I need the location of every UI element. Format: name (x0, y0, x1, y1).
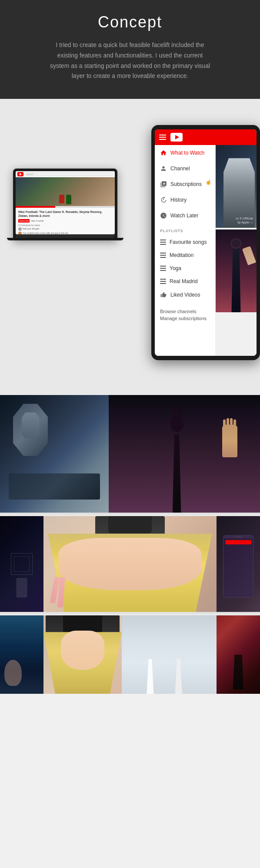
playlists-label: PLAYLISTS (155, 223, 215, 236)
sidebar-item-subscriptions[interactable]: Subscriptions ☝ (155, 176, 215, 192)
images-grid-section (0, 395, 260, 694)
image-small-right (217, 516, 260, 612)
tablet-main-content: rs 5 Officialby Apple — (216, 145, 257, 356)
cursor-pointer: ☝ (205, 179, 212, 185)
hero-description: I tried to create a quick but feasible f… (47, 40, 213, 81)
manage-subscriptions-link[interactable]: Manage subscriptions (160, 316, 210, 321)
device-section: Search (0, 99, 260, 395)
sidebar-item-history[interactable]: History (155, 192, 215, 208)
watch-later-icon (160, 212, 167, 219)
dark-figure-body (166, 417, 188, 513)
image-row-3 (0, 615, 260, 694)
image-dark-figure (109, 395, 260, 513)
sidebar-item-channel[interactable]: Channel (155, 161, 215, 176)
tablet-header (155, 129, 257, 145)
sidebar-item-meditation[interactable]: Meditation (155, 249, 215, 262)
tablet-video-2 (216, 230, 257, 312)
real-madrid-label: Real Madrid (170, 278, 198, 284)
figure-silhouette (223, 234, 249, 312)
subscriptions-icon (160, 181, 167, 188)
meditation-label: Meditation (170, 252, 193, 258)
yoga-label: Yoga (170, 265, 181, 271)
row3-face (61, 631, 104, 670)
playlist-icon-yoga (160, 266, 166, 271)
home-icon (160, 149, 167, 156)
image-small-dark (0, 516, 43, 612)
playlist-icon-meditation (160, 253, 166, 258)
page-title: Concept (17, 13, 243, 31)
laptop-video-thumb (16, 177, 115, 208)
watch-later-label: Watch Later (170, 213, 198, 219)
playlist-icon (160, 240, 166, 245)
row-divider-2 (0, 612, 260, 614)
image-face-center (43, 516, 217, 612)
image-dancers (122, 615, 217, 694)
row-divider-1 (0, 513, 260, 514)
image-dark-red (217, 615, 260, 694)
subscriptions-label: Subscriptions (170, 181, 202, 187)
channel-label: Channel (170, 165, 190, 172)
tablet-video-1: rs 5 Officialby Apple — (216, 145, 257, 228)
image-row-1 (0, 395, 260, 513)
liked-videos-label: Liked Videos (170, 292, 200, 298)
sidebar-bottom: Browse channels Manage subscriptions (155, 302, 215, 330)
laptop-search-bar: Search (25, 172, 113, 176)
sidebar-item-watch-later[interactable]: Watch Later (155, 208, 215, 223)
history-icon (160, 196, 167, 203)
sidebar-item-favourite-songs[interactable]: Favourite songs (155, 236, 215, 249)
sidebar-item-real-madrid[interactable]: Real Madrid (155, 275, 215, 288)
laptop-video-title: Nike Football: The Last Game ft. Ronaldo… (18, 210, 112, 218)
image-face-hat (43, 615, 122, 694)
thumbs-up-icon (160, 291, 167, 298)
image-ocean (0, 615, 43, 694)
hat-top (108, 516, 152, 534)
image-row-2 (0, 516, 260, 612)
laptop-mockup: Search (13, 169, 117, 240)
sidebar-item-liked-videos[interactable]: Liked Videos (155, 288, 215, 302)
row3-hat-top (63, 615, 102, 633)
laptop-yt-logo (17, 172, 23, 176)
sidebar-item-yoga[interactable]: Yoga (155, 262, 215, 275)
playlist-icon-real-madrid (160, 279, 166, 284)
browse-channels-link[interactable]: Browse channels (160, 309, 210, 314)
face (59, 538, 201, 590)
sidebar-item-what-to-watch[interactable]: What to Watch (155, 145, 215, 161)
hero-section: Concept I tried to create a quick but fe… (0, 0, 260, 99)
youtube-logo (170, 133, 183, 142)
maze-figure (17, 578, 27, 598)
channel-icon (160, 165, 167, 172)
history-label: History (170, 197, 187, 203)
hamburger-menu-icon[interactable] (159, 135, 166, 140)
favourite-songs-label: Favourite songs (170, 239, 207, 245)
raised-hand (222, 425, 237, 457)
what-to-watch-label: What to Watch (170, 150, 204, 156)
device-preview (223, 535, 253, 598)
face-blue (4, 660, 22, 686)
sidebar-menu: What to Watch Channel (155, 145, 216, 356)
tablet-mockup: What to Watch Channel (151, 125, 260, 360)
image-transformers (0, 395, 109, 513)
